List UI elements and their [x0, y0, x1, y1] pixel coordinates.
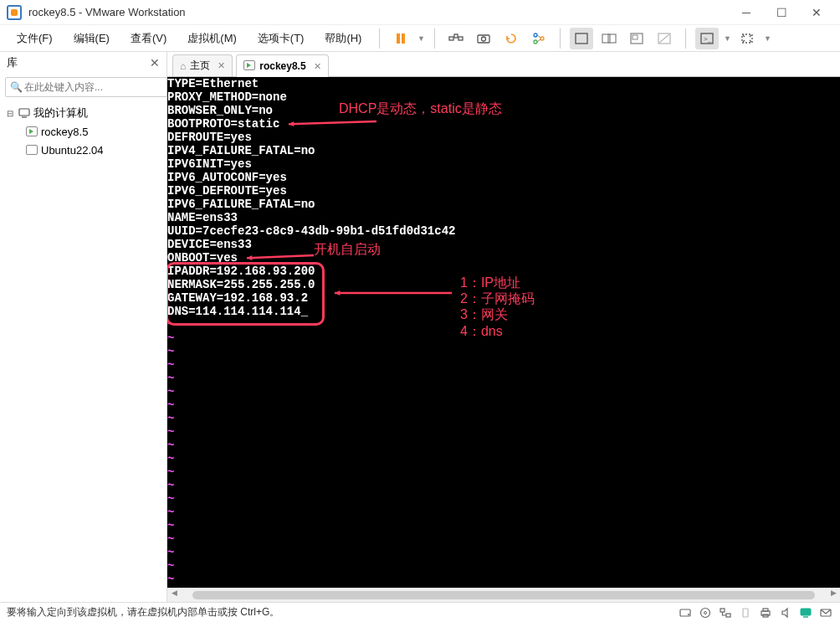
cd-icon[interactable] — [698, 605, 713, 620]
tab-close-icon[interactable]: ✕ — [218, 60, 225, 71]
sidebar-close-icon[interactable]: ✕ — [150, 56, 160, 69]
menu-help[interactable]: 帮助(H) — [316, 28, 370, 49]
single-window-button[interactable] — [570, 28, 593, 49]
vim-empty-line: ~ — [167, 519, 840, 532]
vim-empty-line: ~ — [167, 492, 840, 506]
terminal-line: BROWSER_ONLY=no — [167, 104, 840, 117]
menu-file[interactable]: 文件(F) — [8, 28, 61, 49]
vim-empty-line: ~ — [167, 358, 840, 372]
terminal-line: TYPE=Ethernet — [167, 77, 840, 90]
vim-empty-line: ~ — [167, 332, 840, 345]
snapshot-button[interactable] — [472, 28, 495, 49]
svg-rect-11 — [602, 34, 610, 43]
svg-text:>_: >_ — [704, 35, 712, 43]
vim-empty-line: ~ — [167, 372, 840, 385]
vim-empty-line: ~ — [167, 532, 840, 546]
svg-rect-20 — [19, 109, 29, 116]
tree-root-my-computer[interactable]: ⊟ 我的计算机 — [0, 104, 166, 122]
sound-icon[interactable] — [778, 605, 793, 620]
unity-button[interactable] — [625, 28, 648, 49]
menu-view[interactable]: 查看(V) — [122, 28, 175, 49]
scroll-left-icon[interactable]: ◀ — [167, 589, 181, 602]
tab-close-icon[interactable]: ✕ — [314, 61, 321, 72]
printer-icon[interactable] — [758, 605, 773, 620]
send-ctrl-alt-del-button[interactable] — [444, 28, 468, 49]
sidebar-header: 库 ✕ — [0, 52, 166, 74]
disabled-view-button[interactable] — [653, 28, 676, 49]
disk-icon[interactable] — [678, 605, 693, 620]
terminal-line: IPV6_DEFROUTE=yes — [167, 184, 840, 198]
svg-rect-32 — [720, 609, 725, 612]
svg-rect-38 — [801, 609, 811, 615]
home-icon: ⌂ — [180, 60, 186, 72]
separator — [685, 28, 686, 49]
terminal-line: UUID=7cecfe23-c8c9-43db-99b1-d51fd0d31c4… — [167, 224, 840, 238]
terminal-line: NAME=ens33 — [167, 211, 840, 224]
menu-tabs[interactable]: 选项卡(T) — [249, 28, 313, 49]
vim-empty-line: ~ — [167, 452, 840, 465]
tab-home[interactable]: ⌂ 主页 ✕ — [172, 54, 233, 76]
status-bar: 要将输入定向到该虚拟机，请在虚拟机内部单击或按 Ctrl+G。 — [0, 602, 840, 622]
svg-rect-10 — [576, 33, 587, 44]
tree-item-rockey[interactable]: rockey8.5 — [0, 122, 166, 141]
annotation-text: 2：子网掩码 — [460, 292, 535, 306]
tree-item-label: Ubuntu22.04 — [41, 144, 103, 157]
menu-edit[interactable]: 编辑(E) — [65, 28, 118, 49]
scrollbar-thumb[interactable] — [192, 591, 815, 599]
console-dropdown[interactable]: ▼ — [723, 34, 731, 43]
vim-empty-line: ~ — [167, 465, 840, 479]
library-search-input[interactable] — [5, 77, 167, 97]
revert-snapshot-button[interactable] — [499, 28, 523, 49]
annotation-text: 3：网关 — [460, 308, 508, 321]
scroll-right-icon[interactable]: ▶ — [827, 589, 840, 602]
close-button[interactable]: ✕ — [800, 1, 833, 24]
tab-bar: ⌂ 主页 ✕ rockey8.5 ✕ — [167, 52, 840, 77]
svg-rect-34 — [743, 609, 748, 617]
terminal-line: IPV6_AUTOCONF=yes — [167, 171, 840, 184]
annotation-text: 1：IP地址 — [460, 276, 520, 290]
multi-monitor-button[interactable] — [597, 28, 621, 49]
terminal-line: IPV6_FAILURE_FATAL=no — [167, 198, 840, 211]
network-icon[interactable] — [718, 605, 733, 620]
menu-bar: 文件(F) 编辑(E) 查看(V) 虚拟机(M) 选项卡(T) 帮助(H) ▼ … — [0, 25, 840, 52]
terminal-line: DEVICE=ens33 — [167, 238, 840, 251]
separator — [434, 28, 435, 49]
library-tree: ⊟ 我的计算机 rockey8.5 Ubuntu22.04 — [0, 100, 166, 602]
separator — [379, 28, 380, 49]
snapshot-manager-button[interactable] — [527, 28, 551, 49]
maximize-button[interactable]: ☐ — [765, 1, 798, 24]
app-logo-icon — [7, 5, 22, 20]
tab-vm-rockey[interactable]: rockey8.5 ✕ — [236, 54, 328, 77]
fullscreen-button[interactable] — [735, 28, 759, 49]
menu-vm[interactable]: 虚拟机(M) — [179, 28, 245, 49]
console-view-button[interactable]: >_ — [695, 28, 719, 49]
display-icon[interactable] — [798, 605, 813, 620]
svg-rect-2 — [449, 37, 453, 40]
vim-empty-line: ~ — [167, 506, 840, 519]
svg-rect-33 — [726, 614, 730, 617]
search-icon: 🔍 — [10, 81, 23, 93]
minimize-button[interactable]: ─ — [730, 1, 763, 24]
message-icon[interactable] — [818, 605, 833, 620]
vm-console[interactable]: TYPE=EthernetPROXY_METHOD=noneBROWSER_ON… — [167, 77, 840, 588]
svg-point-30 — [701, 608, 710, 617]
svg-point-7 — [534, 33, 537, 37]
sidebar-title: 库 — [7, 55, 150, 70]
vim-empty-line: ~ — [167, 412, 840, 425]
power-dropdown[interactable]: ▼ — [417, 34, 425, 43]
tree-item-ubuntu[interactable]: Ubuntu22.04 — [0, 141, 166, 159]
pause-button[interactable] — [389, 28, 412, 49]
terminal-output[interactable]: TYPE=EthernetPROXY_METHOD=noneBROWSER_ON… — [167, 77, 840, 588]
usb-icon[interactable] — [738, 605, 753, 620]
window-controls: ─ ☐ ✕ — [730, 1, 833, 24]
svg-point-29 — [688, 614, 689, 615]
vim-empty-line: ~ — [167, 559, 840, 573]
window-title: rockey8.5 - VMware Workstation — [28, 6, 730, 18]
tab-home-label: 主页 — [190, 59, 210, 73]
fullscreen-dropdown[interactable]: ▼ — [763, 34, 771, 43]
vm-running-icon — [243, 60, 255, 73]
collapse-icon[interactable]: ⊟ — [5, 109, 15, 118]
terminal-line: IPV6INIT=yes — [167, 157, 840, 171]
horizontal-scrollbar[interactable]: ◀ ▶ — [167, 588, 840, 602]
svg-rect-4 — [458, 37, 463, 40]
